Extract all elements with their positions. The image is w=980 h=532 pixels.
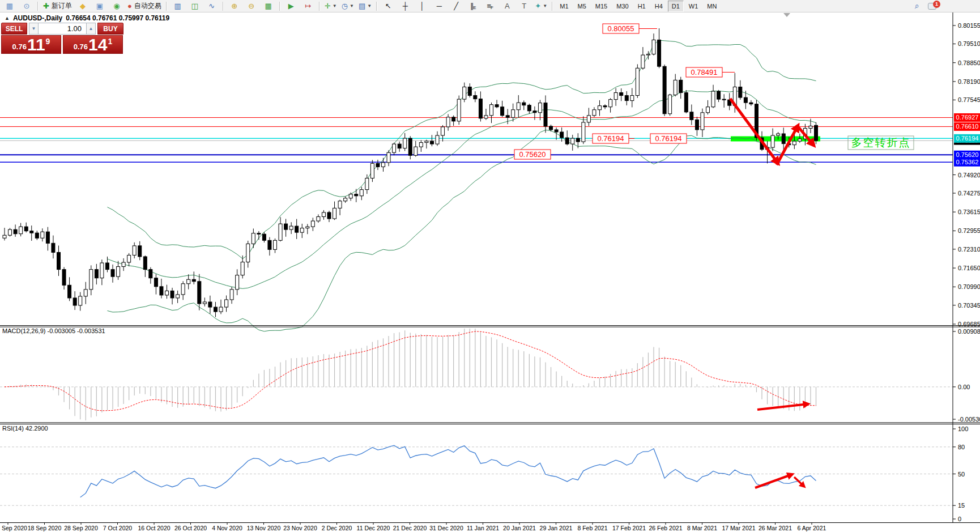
price-axis-label[interactable]: 0.78190 [958,78,980,85]
time-axis-label[interactable]: 13 Nov 2020 [247,525,281,531]
volume-increase-button[interactable]: ▲ [86,23,96,35]
ask-price-box[interactable]: 0.76 14 1 [63,35,123,54]
time-axis-label[interactable]: 18 Sep 2020 [28,525,62,531]
terminal-button[interactable]: ▣ [92,0,108,12]
time-axis-label[interactable]: 23 Nov 2020 [283,525,317,531]
tile-windows-button[interactable]: ▦ [261,0,276,12]
time-axis-label[interactable]: 17 Feb 2021 [612,525,646,531]
data-window-button[interactable]: ⊙ [19,0,35,12]
note-text[interactable]: 多空转折点 [851,137,911,148]
rsi-axis-label[interactable]: 50 [958,471,965,478]
periods-button[interactable]: ◷▼ [340,0,356,12]
time-axis-label[interactable]: Sep 2020 [2,525,27,531]
collapse-panel-icon[interactable]: ▲ [5,15,10,21]
timeframe-M30[interactable]: M30 [612,1,632,12]
text-button[interactable]: A [499,0,515,12]
time-axis-label[interactable]: 7 Oct 2020 [103,525,133,531]
zoom-in-button[interactable]: ⊕ [227,0,242,12]
timeframe-MN[interactable]: MN [703,1,721,12]
candlestick-button[interactable]: ◫ [187,0,203,12]
rsi-axis-label[interactable]: 100 [958,425,968,432]
rsi-axis-label[interactable]: 80 [958,444,965,450]
price-axis-label[interactable]: 0.71650 [958,265,980,271]
time-axis-label[interactable]: 11 Dec 2020 [357,525,390,531]
price-axis-label[interactable]: 0.73615 [958,208,980,215]
rsi-axis-label[interactable]: 15 [958,502,965,509]
time-axis-label[interactable]: 4 Nov 2020 [212,525,242,531]
timeframe-H1[interactable]: H1 [634,1,650,12]
macd-axis-label[interactable]: -0.005306 [958,416,980,423]
chart-area[interactable]: 0.801550.795100.788500.781900.775450.749… [0,0,980,532]
price-axis-label[interactable]: 0.70990 [958,283,980,290]
time-axis-label[interactable]: 8 Mar 2021 [687,525,717,531]
channel-button[interactable]: ∥E [465,0,481,12]
time-axis-label[interactable]: 8 Feb 2021 [577,525,607,531]
rsi-axis-label[interactable]: 0 [958,516,961,522]
chat-button[interactable]: 1 [926,1,938,12]
cursor-button[interactable]: ↖ [380,0,396,12]
indicators-button[interactable]: ✛▼ [323,0,339,12]
time-axis-label[interactable]: 26 Feb 2021 [649,525,683,531]
trendline-button[interactable]: ╱ [448,0,464,12]
macd-axis-label[interactable]: 0.00 [958,384,970,390]
time-axis-label[interactable]: 2 Dec 2020 [322,525,352,531]
timeframe-M5[interactable]: M5 [574,1,590,12]
time-axis-label[interactable]: 6 Apr 2021 [798,525,826,531]
volume-decrease-button[interactable]: ▼ [29,23,39,35]
hline-button[interactable]: ─ [431,0,447,12]
time-axis-label[interactable]: 17 Mar 2021 [722,525,756,531]
signals-button[interactable]: ◉ [109,0,125,12]
price-axis-label[interactable]: 0.72310 [958,246,980,253]
sell-button[interactable]: SELL [1,23,27,35]
vline-button[interactable]: │ [414,0,430,12]
price-axis-label[interactable]: 0.79510 [958,40,980,47]
candle [306,227,309,228]
timeframe-M1[interactable]: M1 [556,1,572,12]
time-axis-label[interactable]: 16 Oct 2020 [138,525,170,531]
price-axis-label[interactable]: 0.80155 [958,22,980,29]
time-axis-label[interactable]: 20 Jan 2021 [503,525,536,531]
candlestick-icon: ◫ [191,2,198,10]
autoscroll-button[interactable]: ▶ [283,0,299,12]
bid-price-box[interactable]: 0.76 11 9 [1,35,61,54]
timeframe-H4[interactable]: H4 [651,1,667,12]
price-axis-label[interactable]: 0.77545 [958,96,980,103]
price-axis-label[interactable]: 0.74275 [958,190,980,197]
price-axis-label[interactable]: 0.72955 [958,227,980,234]
search-icon[interactable]: ⌕ [909,0,925,12]
candle [46,232,49,243]
arrows-button[interactable]: ✦▼ [533,0,549,12]
line-chart-button[interactable]: ∿ [204,0,220,12]
price-axis-label[interactable]: 0.70345 [958,302,980,309]
time-axis-label[interactable]: 26 Mar 2021 [759,525,792,531]
macd-axis-label[interactable]: 0.009081 [958,328,980,335]
timeframe-D1[interactable]: D1 [668,1,684,12]
autotrading-button[interactable]: ●自动交易 [126,0,163,12]
candle [187,279,190,284]
volume-input[interactable]: 1.00 [39,23,86,35]
zoom-out-button[interactable]: ⊖ [244,0,259,12]
crosshair-button[interactable]: ┼ [397,0,413,12]
timeframe-M15[interactable]: M15 [591,1,611,12]
time-axis-label[interactable]: 31 Dec 2020 [429,525,463,531]
time-axis-label[interactable]: 29 Jan 2021 [540,525,573,531]
new-order-button[interactable]: ✚新订单 [41,0,74,12]
candle [133,246,136,256]
timeframe-W1[interactable]: W1 [685,1,702,12]
label-button[interactable]: T [516,0,532,12]
price-axis-label[interactable]: 0.74920 [958,172,980,178]
price-axis-label[interactable]: 0.69685 [958,321,980,327]
bar-chart-button[interactable]: ▥ [170,0,186,12]
time-axis-label[interactable]: 26 Oct 2020 [174,525,207,531]
chart-shift-button[interactable]: ↦ [300,0,316,12]
fibo-button[interactable]: ≡F [482,0,498,12]
metaeditor-button[interactable]: ◆ [75,0,91,12]
time-axis-label[interactable]: 11 Jan 2021 [467,525,499,531]
templates-button[interactable]: ▤▼ [357,0,373,12]
time-axis-label[interactable]: 21 Dec 2020 [393,525,427,531]
price-axis-label[interactable]: 0.78850 [958,59,980,66]
time-axis-label[interactable]: 28 Sep 2020 [64,525,98,531]
buy-button[interactable]: BUY [97,23,123,35]
candle [19,227,23,234]
charts-window-button[interactable]: ▦ [2,0,18,12]
